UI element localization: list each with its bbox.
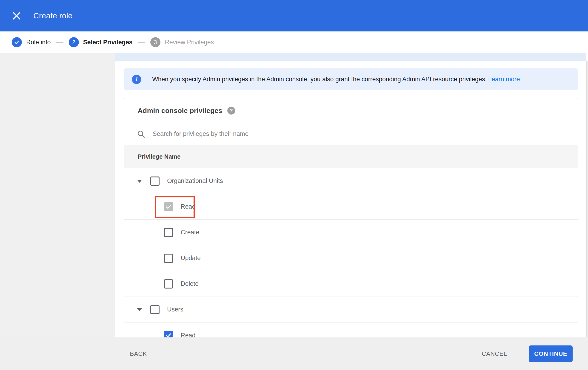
search-icon <box>137 130 145 138</box>
check-icon <box>165 204 172 210</box>
privilege-label: Organizational Units <box>167 177 223 185</box>
step-review-privileges[interactable]: 3 Review Privileges <box>150 37 214 47</box>
banner-message: When you specify Admin privileges in the… <box>152 76 487 83</box>
chevron-down-icon[interactable] <box>137 180 142 183</box>
continue-button[interactable]: CONTINUE <box>529 345 573 362</box>
privilege-label: Create <box>181 229 199 236</box>
scrolled-content-strip <box>115 53 586 61</box>
privilege-row-delete: Delete <box>124 271 578 297</box>
stepper: Role info 2 Select Privileges 3 Review P… <box>0 31 588 53</box>
step-select-privileges[interactable]: 2 Select Privileges <box>69 37 133 47</box>
step-number-badge: 2 <box>69 37 79 47</box>
dialog-body: i When you specify Admin privileges in t… <box>0 53 588 370</box>
privileges-card: Admin console privileges ? Privilege Nam… <box>124 98 578 349</box>
privilege-row-read-disabled: Read <box>124 194 578 220</box>
privilege-name-column-header: Privilege Name <box>124 145 578 168</box>
cancel-button[interactable]: CANCEL <box>482 350 507 357</box>
card-header: Admin console privileges ? <box>124 98 578 123</box>
checkbox-users[interactable] <box>150 305 159 314</box>
appbar: Create role <box>0 0 588 31</box>
checkbox-read-checked-disabled <box>164 202 173 211</box>
step-label: Select Privileges <box>83 39 133 46</box>
chevron-down-icon[interactable] <box>137 308 142 311</box>
privilege-row-create: Create <box>124 220 578 245</box>
step-connector <box>56 42 63 43</box>
close-icon[interactable] <box>11 10 22 21</box>
checkbox-create[interactable] <box>164 228 173 237</box>
close-icon-glyph <box>12 12 21 20</box>
back-button[interactable]: BACK <box>130 350 147 357</box>
step-number-badge: 3 <box>150 37 160 47</box>
left-panel <box>0 53 115 370</box>
page-title: Create role <box>33 11 73 20</box>
banner-text: When you specify Admin privileges in the… <box>152 76 520 83</box>
step-complete-check-icon <box>12 37 22 47</box>
privilege-row-update: Update <box>124 245 578 271</box>
privilege-rows: Organizational Units Read Creat <box>124 168 578 348</box>
content-area: i When you specify Admin privileges in t… <box>115 53 588 370</box>
scrollbar-gutter[interactable] <box>586 61 588 370</box>
privilege-label: Read <box>181 203 196 210</box>
card-title: Admin console privileges <box>138 107 222 115</box>
privilege-label: Delete <box>181 280 199 287</box>
step-label: Role info <box>26 39 51 46</box>
search-input[interactable] <box>153 130 359 138</box>
privilege-search-row <box>124 123 578 145</box>
footer-bar: BACK CANCEL CONTINUE <box>0 337 588 370</box>
privilege-label: Users <box>167 306 183 313</box>
checkbox-update[interactable] <box>164 254 173 263</box>
create-role-dialog: Create role Role info 2 Select Privilege… <box>0 0 588 370</box>
info-banner: i When you specify Admin privileges in t… <box>124 68 578 90</box>
checkbox-organizational-units[interactable] <box>150 177 159 186</box>
privilege-label: Update <box>181 255 201 262</box>
privilege-row-organizational-units: Organizational Units <box>124 168 578 194</box>
learn-more-link[interactable]: Learn more <box>488 76 520 83</box>
help-icon[interactable]: ? <box>227 107 235 115</box>
info-icon: i <box>132 75 141 84</box>
step-role-info[interactable]: Role info <box>12 37 51 47</box>
checkbox-delete[interactable] <box>164 279 173 289</box>
step-label: Review Privileges <box>165 39 214 46</box>
step-connector <box>138 42 145 43</box>
privilege-row-users: Users <box>124 297 578 322</box>
